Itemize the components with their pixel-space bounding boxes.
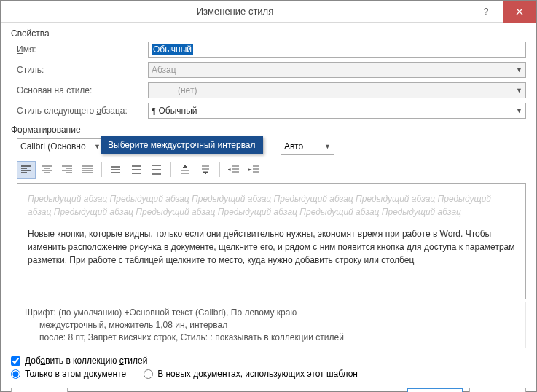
separator (170, 162, 171, 177)
formatting-row-1: Calibri (Основно ▼ Выберите междустрочны… (17, 138, 526, 155)
paragraph-toolbar (17, 161, 526, 179)
align-right-icon (62, 165, 72, 174)
add-to-gallery-checkbox[interactable] (11, 356, 20, 366)
line-spacing-15-icon (130, 165, 142, 174)
add-to-gallery-label: Добавить в коллекцию стилей (25, 356, 147, 366)
align-center-button[interactable] (37, 161, 56, 179)
align-justify-button[interactable] (78, 161, 97, 179)
desc-line-3: после: 8 пт, Запрет висячих строк, Стиль… (39, 332, 518, 344)
style-type-label: Стиль: (17, 65, 148, 75)
chevron-down-icon: ▼ (516, 66, 522, 74)
style-description: Шрифт: (по умолчанию) +Основной текст (C… (17, 302, 526, 348)
only-this-document-radio[interactable] (11, 369, 20, 379)
close-button[interactable] (503, 1, 536, 23)
next-paragraph-value: Обычный (158, 106, 197, 116)
properties-section-label: Свойства (11, 28, 526, 39)
indent-increase-button[interactable] (245, 161, 264, 179)
indent-decrease-button[interactable] (224, 161, 243, 179)
font-color-value: Авто (284, 141, 303, 152)
style-type-value: Абзац (152, 65, 176, 75)
space-before-dec-icon (200, 165, 211, 175)
next-paragraph-label: Стиль следующего абзаца: (17, 106, 148, 116)
formatting-section-label: Форматирование (11, 125, 526, 135)
preview-pane: Предыдущий абзац Предыдущий абзац Предыд… (17, 183, 526, 299)
dialog-content: Свойства Имя: Обычный Стиль: Абзац ▼ Осн… (1, 23, 536, 392)
help-button[interactable]: ? (469, 1, 503, 23)
modify-style-dialog: Изменение стиля ? Свойства Имя: Обычный … (0, 0, 537, 392)
chevron-down-icon: ▼ (94, 143, 101, 150)
font-value: Calibri (Основно (20, 141, 86, 152)
align-center-icon (42, 165, 52, 174)
name-value: Обычный (152, 44, 193, 55)
align-justify-icon (82, 165, 93, 174)
format-button[interactable]: Формат▼ (11, 388, 68, 392)
only-this-document-label: Только в этом документе (25, 369, 126, 379)
name-label: Имя: (17, 44, 148, 55)
titlebar: Изменение стиля ? (1, 1, 536, 23)
desc-line-2: междустрочный, множитель 1,08 ин, интерв… (39, 319, 518, 332)
new-documents-label: В новых документах, использующих этот ша… (157, 369, 358, 379)
pilcrow-icon: ¶ (152, 106, 155, 117)
line-spacing-15-button[interactable] (127, 161, 146, 179)
new-documents-radio[interactable] (144, 369, 153, 379)
chevron-down-icon: ▼ (516, 87, 522, 94)
line-spacing-1-button[interactable] (106, 161, 125, 179)
preview-sample-text: Новые кнопки, которые видны, только если… (28, 227, 515, 267)
based-on-select: (нет) ▼ (148, 82, 526, 98)
line-spacing-2-icon (151, 165, 162, 175)
line-spacing-1-icon (110, 165, 122, 174)
preview-ghost-text: Предыдущий абзац Предыдущий абзац Предыд… (28, 192, 515, 219)
separator (101, 162, 102, 177)
chevron-down-icon: ▼ (324, 143, 331, 150)
desc-line-1: Шрифт: (по умолчанию) +Основной текст (C… (25, 307, 518, 319)
indent-decrease-icon (228, 165, 240, 174)
align-left-button[interactable] (17, 161, 36, 179)
dialog-title: Изменение стиля (1, 6, 469, 17)
based-on-label: Основан на стиле: (17, 85, 148, 95)
style-type-select: Абзац ▼ (148, 62, 526, 78)
bottom-bar: Формат▼ ОК Отмена (11, 388, 526, 392)
close-icon (516, 8, 523, 15)
align-left-icon (21, 165, 31, 174)
space-before-inc-button[interactable] (176, 161, 195, 179)
align-right-button[interactable] (58, 161, 77, 179)
next-paragraph-select[interactable]: ¶ Обычный ▼ (148, 103, 526, 119)
font-color-select[interactable]: Авто ▼ (281, 138, 334, 155)
space-before-inc-icon (179, 165, 191, 175)
cancel-button[interactable]: Отмена (469, 388, 526, 392)
font-select[interactable]: Calibri (Основно ▼ (17, 138, 104, 154)
line-spacing-tooltip: Выберите междустрочный интервал (101, 136, 263, 154)
space-before-dec-button[interactable] (196, 161, 215, 179)
line-spacing-2-button[interactable] (147, 161, 166, 179)
chevron-down-icon: ▼ (516, 107, 522, 114)
name-input[interactable]: Обычный (148, 42, 526, 58)
based-on-value: (нет) (178, 85, 197, 95)
indent-increase-icon (248, 165, 260, 174)
options-area: Добавить в коллекцию стилей Только в это… (11, 356, 526, 382)
separator (219, 162, 220, 177)
properties-grid: Имя: Обычный Стиль: Абзац ▼ Основан на с… (17, 42, 526, 119)
ok-button[interactable]: ОК (407, 388, 463, 392)
